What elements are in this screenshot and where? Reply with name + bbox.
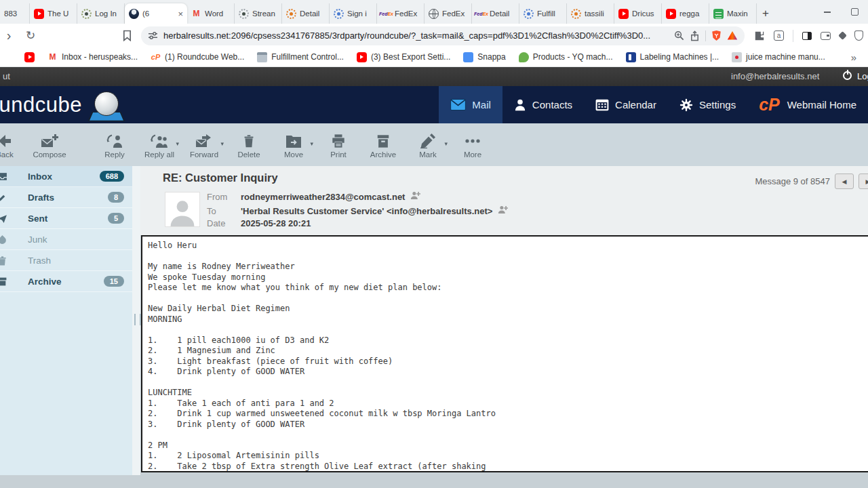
bookmark-label: Inbox - heruspeaks... xyxy=(62,52,138,62)
logout-link[interactable]: Logout xyxy=(857,71,868,81)
sent-icon xyxy=(0,214,7,224)
bookmark-item[interactable]: cP(1) Roundcube Web... xyxy=(151,52,244,62)
nav-webmail-home[interactable]: cP Webmail Home xyxy=(747,86,868,123)
mark-button[interactable]: Mark ▾ xyxy=(406,131,450,159)
bookmark-item[interactable]: juice machine manu... xyxy=(732,52,825,62)
bookmark-item[interactable]: Snappa xyxy=(463,52,505,62)
sidebar-item-archive[interactable]: Archive 15 xyxy=(0,271,132,292)
extensions-puzzle-icon[interactable] xyxy=(754,30,765,41)
site-settings-icon[interactable] xyxy=(148,31,158,40)
next-message-button[interactable]: ▶ xyxy=(859,174,868,189)
bookmark-item[interactable]: Fulfillment Control... xyxy=(257,52,344,62)
power-icon[interactable] xyxy=(843,71,852,80)
sidebar-item-sent[interactable]: Sent 5 xyxy=(0,208,132,229)
previous-message-button[interactable]: ◀ xyxy=(835,174,854,189)
junk-icon xyxy=(0,235,7,245)
refresh-icon[interactable]: ↻ xyxy=(22,28,39,43)
browser-tab[interactable]: Sign i xyxy=(330,3,377,24)
minimize-button[interactable] xyxy=(814,0,841,24)
forward-button[interactable]: Forward ▾ xyxy=(182,131,226,159)
browser-tab-active[interactable]: (6× xyxy=(125,3,187,24)
browser-tab[interactable]: tassili xyxy=(567,3,614,24)
wallet-icon[interactable] xyxy=(821,32,831,40)
browser-tab[interactable]: Detail xyxy=(282,3,330,24)
cut-off-text: ut xyxy=(3,71,10,81)
nav-calendar[interactable]: Calendar xyxy=(584,86,668,123)
browser-tab[interactable]: 883 xyxy=(0,3,30,24)
bookmark-item[interactable]: Labeling Machines |... xyxy=(626,52,719,62)
nav-contacts[interactable]: Contacts xyxy=(502,86,584,123)
reply-all-button[interactable]: Reply all ▾ xyxy=(137,131,182,159)
zoom-icon[interactable] xyxy=(674,30,684,41)
contacts-icon xyxy=(514,98,526,111)
bookmark-item[interactable]: MInbox - heruspeaks... xyxy=(47,52,138,62)
browser-tab[interactable]: Dricus xyxy=(614,3,662,24)
message-body[interactable]: Hello Heru My name is Rodney Merriweathe… xyxy=(141,235,868,472)
reply-all-label: Reply all xyxy=(144,150,174,159)
count-badge: 15 xyxy=(104,276,124,287)
add-contact-icon[interactable] xyxy=(498,205,508,217)
to-row: To 'Herbal Results Customer Service' <in… xyxy=(207,205,508,217)
panel-splitter[interactable] xyxy=(132,166,140,475)
browser-tab[interactable]: Fulfill xyxy=(519,3,567,24)
reply-button[interactable]: Reply xyxy=(92,131,137,159)
sheets-icon xyxy=(713,9,724,19)
browser-tab[interactable]: Maxin xyxy=(709,3,757,24)
print-button[interactable]: Print xyxy=(316,131,361,159)
leo-ai-icon[interactable] xyxy=(838,31,847,40)
vpn-shield-icon[interactable] xyxy=(854,30,863,41)
unread-count-badge: 688 xyxy=(100,171,124,182)
delete-button[interactable]: Delete xyxy=(226,131,271,159)
tab-title: Maxin xyxy=(727,9,752,18)
move-label: Move xyxy=(284,150,303,159)
maximize-button[interactable] xyxy=(841,0,868,24)
folder-name: Junk xyxy=(28,235,47,245)
sidebar-toggle-icon[interactable] xyxy=(802,32,812,40)
to-address[interactable]: 'Herbal Results Customer Service' <info@… xyxy=(241,206,492,216)
youtube-bookmark-icon[interactable] xyxy=(24,52,35,62)
share-icon[interactable] xyxy=(690,30,700,41)
tab-title: FedEx xyxy=(442,9,467,18)
back-button[interactable]: Back xyxy=(0,131,27,159)
sidebar-item-drafts[interactable]: Drafts 8 xyxy=(0,187,132,208)
dropdown-caret-icon[interactable]: ▾ xyxy=(444,140,448,147)
from-row: From rodneymerriweather2834@comcast.net xyxy=(207,190,420,203)
new-tab-button[interactable]: + xyxy=(757,3,774,24)
dropdown-caret-icon[interactable]: ▾ xyxy=(176,140,179,147)
forward-chevron-icon[interactable]: › xyxy=(0,28,18,43)
from-address[interactable]: rodneymerriweather2834@comcast.net xyxy=(241,192,405,202)
browser-tab[interactable]: FedExFedEx xyxy=(377,3,425,24)
bookmark-item[interactable]: Products - YQ mach... xyxy=(519,52,613,62)
compose-button[interactable]: Compose xyxy=(27,131,72,159)
sidebar-item-junk[interactable]: Junk xyxy=(0,229,132,250)
sidebar-item-trash[interactable]: Trash xyxy=(0,250,132,271)
reader-mode-icon[interactable]: a xyxy=(774,30,784,41)
dropdown-caret-icon[interactable]: ▾ xyxy=(220,140,224,147)
browser-tab[interactable]: FedExDetail xyxy=(472,3,519,24)
url-text[interactable]: herbalresults.net:2096/cpsess2341767885/… xyxy=(163,30,669,41)
roundcube-favicon xyxy=(129,9,139,19)
add-contact-icon[interactable] xyxy=(410,190,420,203)
dropdown-caret-icon[interactable]: ▾ xyxy=(310,140,313,147)
nav-settings[interactable]: Settings xyxy=(668,86,747,123)
address-bar[interactable]: herbalresults.net:2096/cpsess2341767885/… xyxy=(141,26,745,45)
archive-button[interactable]: Archive xyxy=(361,131,406,159)
move-button[interactable]: Move ▾ xyxy=(271,131,316,159)
bookmarks-overflow-icon[interactable]: » xyxy=(851,52,856,63)
nav-mail[interactable]: Mail xyxy=(439,86,502,123)
browser-tab[interactable]: FedEx xyxy=(425,3,472,24)
more-button[interactable]: More xyxy=(450,131,495,159)
brave-shield-icon[interactable] xyxy=(711,30,722,41)
browser-tab[interactable]: MWord xyxy=(187,3,235,24)
browser-tab[interactable]: Strean xyxy=(235,3,282,24)
bookmark-item[interactable]: (3) Best Export Setti... xyxy=(357,52,450,62)
browser-tab[interactable]: Log In xyxy=(77,3,125,24)
browser-tab[interactable]: The U xyxy=(30,3,77,24)
tab-close-icon[interactable]: × xyxy=(178,9,183,18)
site-icon xyxy=(81,9,92,19)
sidebar-item-inbox[interactable]: Inbox 688 xyxy=(0,166,132,187)
bookmark-flag-icon[interactable] xyxy=(118,30,136,41)
brave-logo-icon[interactable] xyxy=(727,30,738,41)
browser-tab[interactable]: regga xyxy=(662,3,709,24)
fedex-text: Fed xyxy=(379,12,387,16)
